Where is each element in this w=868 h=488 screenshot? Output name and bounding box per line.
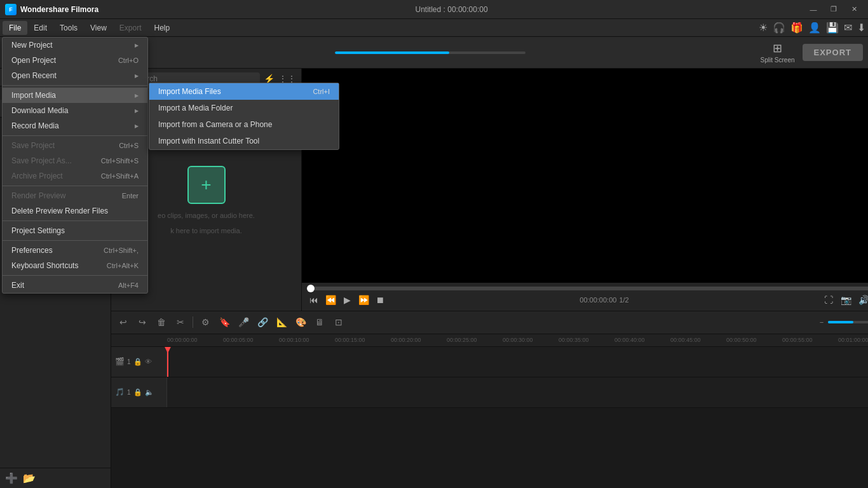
ruler-tick: 00:00:50:00 [726, 337, 782, 343]
save-icon[interactable]: 💾 [826, 22, 839, 34]
file-menu-keyboard-shortcuts[interactable]: Keyboard Shortcuts Ctrl+Alt+K [3, 258, 147, 273]
app-logo-icon: F [5, 4, 17, 15]
player-step-forward-button[interactable]: ⏩ [356, 293, 370, 307]
file-menu-preferences[interactable]: Preferences Ctrl+Shift+, [3, 243, 147, 258]
timeline: ↩ ↪ 🗑 ✂ ⚙ 🔖 🎤 🔗 📐 🎨 🖥 ⊡ － ＋ [111, 311, 868, 488]
submenu-import-instant[interactable]: Import with Instant Cutter Tool [149, 133, 339, 149]
player-stop-button[interactable]: ⏹ [373, 293, 387, 307]
progress-handle[interactable] [307, 285, 315, 292]
audio-track-icon: 🎵 [115, 388, 125, 396]
file-menu-sep2 [3, 135, 147, 136]
maximize-button[interactable]: ❐ [825, 4, 843, 15]
timeline-marker-button[interactable]: 🔖 [217, 315, 231, 329]
file-menu: New Project Open Project Ctrl+O Open Rec… [2, 37, 148, 294]
mail-icon[interactable]: ✉ [844, 22, 852, 34]
profile-icon[interactable]: 👤 [808, 22, 821, 34]
video-track-eye[interactable]: 👁 [145, 358, 152, 365]
split-screen-icon: ⊞ [773, 41, 782, 55]
timeline-tracks: 🎬 1 🔒 👁 🎵 1 [111, 347, 868, 488]
submenu-import-camera[interactable]: Import from a Camera or a Phone [149, 116, 339, 133]
file-menu-exit[interactable]: Exit Alt+F4 [3, 278, 147, 293]
menu-edit[interactable]: Edit [27, 21, 53, 35]
file-menu-save-as[interactable]: Save Project As... Ctrl+Shift+S [3, 153, 147, 168]
new-project-label: New Project [11, 41, 53, 50]
menu-file[interactable]: File [3, 21, 27, 35]
record-media-label: Record Media [11, 121, 59, 130]
add-media-button[interactable]: ➕ [5, 472, 18, 484]
split-screen-button[interactable]: ⊞ Split Screen [756, 39, 800, 66]
player-play-button[interactable]: ▶ [340, 293, 354, 307]
file-menu-project-settings[interactable]: Project Settings [3, 223, 147, 238]
notification-icon[interactable]: ☀ [759, 22, 768, 34]
window-controls: — ❐ ✕ [804, 4, 863, 15]
file-menu-render-preview[interactable]: Render Preview Enter [3, 188, 147, 203]
minimize-button[interactable]: — [804, 4, 822, 15]
add-folder-button[interactable]: 📂 [23, 472, 36, 484]
menu-tools[interactable]: Tools [53, 21, 84, 35]
timeline-color-button[interactable]: 🎨 [294, 315, 308, 329]
file-menu-delete-preview[interactable]: Delete Preview Render Files [3, 203, 147, 219]
ruler-tick: 00:00:25:00 [447, 337, 503, 343]
timeline-cut-button[interactable]: ✂ [173, 315, 187, 329]
exit-shortcut: Alt+F4 [118, 281, 139, 289]
file-menu-save-project[interactable]: Save Project Ctrl+S [3, 138, 147, 153]
ruler-tick: 00:01:00:00 [838, 337, 868, 343]
split-screen-label: Split Screen [761, 57, 795, 64]
timeline-screen-button[interactable]: 🖥 [313, 315, 327, 329]
download-media-label: Download Media [11, 106, 68, 115]
file-menu-archive[interactable]: Archive Project Ctrl+Shift+A [3, 168, 147, 184]
file-menu-sep5 [3, 240, 147, 241]
progress-bar[interactable] [307, 287, 868, 290]
video-track-icon: 🎬 [115, 357, 125, 366]
file-menu-record-media[interactable]: Record Media [3, 118, 147, 133]
import-camera-label: Import from a Camera or a Phone [158, 120, 272, 129]
player-prev-button[interactable]: ⏮ [307, 293, 321, 307]
export-button[interactable]: EXPORT [803, 44, 863, 61]
file-menu-download-media[interactable]: Download Media [3, 103, 147, 118]
timeline-stabilize-button[interactable]: 📐 [275, 315, 288, 329]
timeline-zoom-out[interactable]: － [818, 317, 825, 328]
player-video [302, 69, 868, 283]
submenu-import-files[interactable]: Import Media Files Ctrl+I [149, 83, 339, 100]
project-settings-label: Project Settings [11, 226, 65, 235]
file-menu-open-recent[interactable]: Open Recent [3, 68, 147, 83]
file-menu-new-project[interactable]: New Project [3, 37, 147, 53]
timeline-redo-button[interactable]: ↪ [135, 315, 149, 329]
player-fullscreen-button[interactable]: ⛶ [822, 293, 836, 307]
download-icon[interactable]: ⬇ [857, 22, 865, 34]
import-media-button[interactable]: + [187, 166, 226, 204]
ruler-tick: 00:00:55:00 [782, 337, 838, 343]
timeline-settings-button[interactable]: ⚙ [198, 315, 212, 329]
video-track-lock[interactable]: 🔒 [133, 358, 142, 366]
menu-help[interactable]: Help [148, 21, 177, 35]
player-volume-button[interactable]: 🔊 [857, 293, 868, 307]
timeline-delete-button[interactable]: 🗑 [154, 315, 168, 329]
menu-export[interactable]: Export [113, 21, 148, 35]
ruler-tick: 00:00:00:00 [167, 337, 223, 343]
gift-icon[interactable]: 🎁 [790, 22, 803, 34]
close-button[interactable]: ✕ [845, 4, 863, 15]
toolbar-center [108, 51, 753, 54]
headphone-icon[interactable]: 🎧 [773, 22, 785, 34]
timeline-pip-button[interactable]: ⊡ [332, 315, 346, 329]
timeline-undo-button[interactable]: ↩ [116, 315, 130, 329]
menu-bar: File Edit Tools View Export Help ☀ 🎧 🎁 👤… [0, 19, 868, 37]
player-snapshot-button[interactable]: 📷 [839, 293, 853, 307]
file-menu-import-media[interactable]: Import Media [3, 88, 147, 103]
exit-label: Exit [11, 281, 24, 290]
preferences-shortcut: Ctrl+Shift+, [104, 247, 139, 254]
ruler-tick: 00:00:40:00 [614, 337, 670, 343]
audio-track-content [167, 377, 868, 407]
audio-track-header: 🎵 1 🔒 🔈 [111, 377, 167, 407]
submenu-import-folder[interactable]: Import a Media Folder [149, 100, 339, 116]
file-menu-open-project[interactable]: Open Project Ctrl+O [3, 53, 147, 68]
timeline-snap-button[interactable]: 🔗 [255, 315, 269, 329]
timeline-mic-button[interactable]: 🎤 [236, 315, 250, 329]
player-step-back-button[interactable]: ⏪ [323, 293, 337, 307]
search-input[interactable] [133, 74, 255, 83]
audio-track-lock[interactable]: 🔒 [133, 388, 142, 396]
timeline-zoom-fill [828, 321, 853, 323]
menu-view[interactable]: View [84, 21, 113, 35]
file-menu-sep3 [3, 186, 147, 186]
audio-track-speaker[interactable]: 🔈 [145, 388, 154, 396]
